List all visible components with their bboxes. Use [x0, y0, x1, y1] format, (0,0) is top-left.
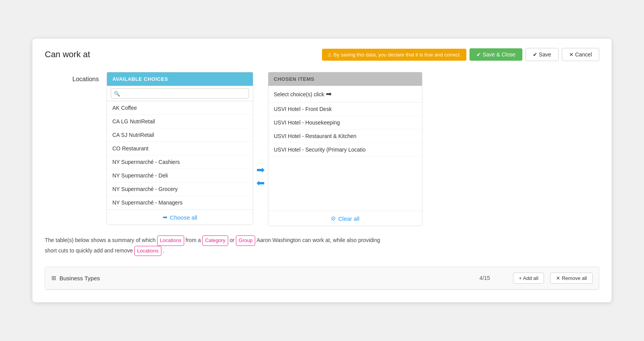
list-item[interactable]: USVI Hotel - Security (Primary Locatio: [268, 143, 422, 157]
select-hint: Select choice(s) click ➡: [268, 86, 422, 102]
list-item[interactable]: NY Supermarché - Cashiers: [107, 155, 253, 169]
expand-icon[interactable]: ⊞: [51, 275, 56, 281]
search-wrapper: 🔍: [111, 88, 249, 99]
list-item[interactable]: USVI Hotel - Housekeeping: [268, 116, 422, 130]
locations-label: Locations: [45, 72, 107, 83]
move-right-button[interactable]: ➡: [256, 165, 265, 175]
warning-text: ⚠ By saving this data, you declare that …: [327, 52, 461, 58]
transfer-arrows: ➡ ⬅: [253, 72, 268, 226]
list-item[interactable]: NY Supermarché - Deli: [107, 169, 253, 182]
clear-all-label: Clear all: [338, 215, 359, 222]
dual-list-section: Locations AVAILABLE CHOICES 🔍 AK CoffeeC…: [45, 72, 599, 226]
clear-all-circle-icon: ⊘: [331, 215, 336, 222]
business-types-label: Business Types: [59, 275, 480, 281]
hint-text: Select choice(s) click ➡: [274, 90, 332, 98]
tag-locations[interactable]: Locations: [157, 235, 184, 246]
search-bar: 🔍: [107, 86, 253, 101]
count-badge: 4/15: [480, 275, 490, 281]
tag-category[interactable]: Category: [202, 235, 228, 246]
list-item[interactable]: CO Restaurant: [107, 142, 253, 155]
add-all-button[interactable]: + Add all: [513, 273, 544, 284]
tag-locations-2[interactable]: Locations: [134, 246, 161, 256]
choose-all-button[interactable]: ➡ Choose all: [163, 214, 197, 221]
summary-text3: or: [230, 237, 234, 243]
tag-group[interactable]: Group: [236, 235, 255, 246]
summary-text5: short cuts to quickly add and remove: [45, 247, 133, 254]
summary-text6: .: [163, 247, 164, 254]
remove-all-button[interactable]: ✕ Remove all: [550, 273, 593, 284]
modal-header: Can work at ⚠ By saving this data, you d…: [45, 48, 599, 61]
list-item[interactable]: AK Coffee: [107, 101, 253, 115]
list-item[interactable]: NY Supermarché - Grocery: [107, 182, 253, 196]
dual-list-container: AVAILABLE CHOICES 🔍 AK CoffeeCA LG Nutri…: [107, 72, 599, 226]
chosen-footer: ⊘ Clear all: [268, 211, 422, 226]
chosen-items-box: CHOSEN ITEMS Select choice(s) click ➡ US…: [268, 72, 422, 226]
available-choices-header: AVAILABLE CHOICES: [107, 72, 253, 86]
choose-all-arrow-icon: ➡: [163, 214, 168, 221]
summary-text2: from a: [186, 237, 201, 243]
summary-text1: The table(s) below shows a summary of wh…: [45, 237, 156, 243]
search-input[interactable]: [111, 88, 249, 99]
table-section: ⊞ Business Types 4/15 + Add all ✕ Remove…: [45, 267, 599, 290]
list-item[interactable]: CA LG NutriRetail: [107, 115, 253, 128]
available-items-list[interactable]: AK CoffeeCA LG NutriRetailCA SJ NutriRet…: [107, 101, 253, 210]
choose-all-label: Choose all: [170, 214, 197, 221]
chosen-items-list[interactable]: USVI Hotel - Front DeskUSVI Hotel - Hous…: [268, 102, 422, 211]
available-choices-box: AVAILABLE CHOICES 🔍 AK CoffeeCA LG Nutri…: [107, 72, 253, 225]
save-button[interactable]: ✔ Save: [525, 48, 559, 61]
move-left-button[interactable]: ⬅: [256, 178, 265, 188]
header-actions: ⚠ By saving this data, you declare that …: [322, 48, 599, 61]
list-item[interactable]: CA SJ NutriRetail: [107, 128, 253, 142]
save-close-button[interactable]: ✔ Save & Close: [469, 48, 522, 61]
table-row: ⊞ Business Types 4/15 + Add all ✕ Remove…: [45, 267, 599, 290]
list-item[interactable]: USVI Hotel - Front Desk: [268, 102, 422, 116]
summary-section: The table(s) below shows a summary of wh…: [45, 235, 599, 256]
warning-banner: ⚠ By saving this data, you declare that …: [322, 49, 466, 61]
summary-text4: Aaron Washington can work at, while also…: [256, 237, 380, 243]
search-icon: 🔍: [114, 90, 120, 96]
hint-arrow-icon: ➡: [326, 90, 332, 98]
available-footer: ➡ Choose all: [107, 210, 253, 225]
clear-all-button[interactable]: ⊘ Clear all: [331, 215, 359, 222]
list-item[interactable]: USVI Hotel - Restaurant & Kitchen: [268, 130, 422, 143]
modal-container: Can work at ⚠ By saving this data, you d…: [32, 39, 612, 302]
page-title: Can work at: [45, 49, 90, 60]
chosen-items-header: CHOSEN ITEMS: [268, 72, 422, 86]
list-item[interactable]: NY Supermarché - Managers: [107, 196, 253, 210]
cancel-button[interactable]: ✕ Cancel: [562, 48, 599, 61]
